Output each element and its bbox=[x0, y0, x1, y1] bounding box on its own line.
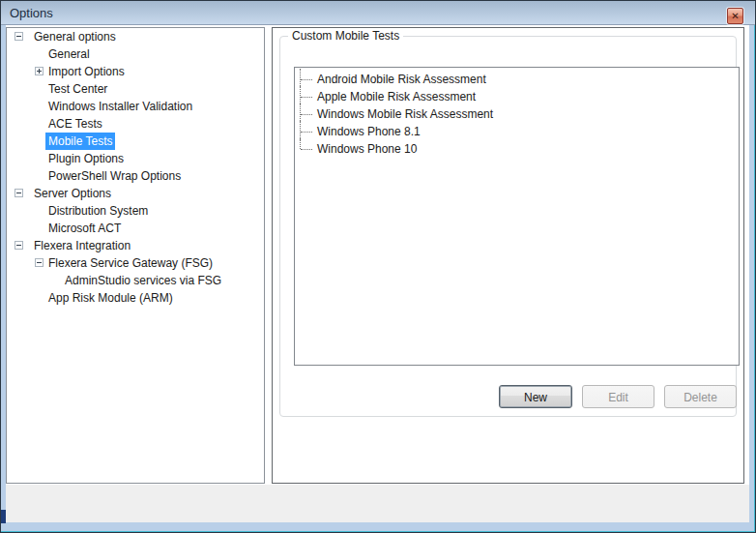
list-item-label: Windows Phone 10 bbox=[315, 142, 417, 156]
list-item[interactable]: Apple Mobile Risk Assessment bbox=[295, 88, 739, 105]
tree-item-windows-installer-validation[interactable]: Windows Installer Validation bbox=[7, 98, 264, 115]
delete-button[interactable]: Delete bbox=[664, 385, 737, 408]
list-item[interactable]: Windows Mobile Risk Assessment bbox=[295, 105, 739, 123]
tree-item-ace-tests[interactable]: ACE Tests bbox=[7, 115, 264, 133]
tree-item-label: Test Center bbox=[48, 80, 107, 98]
tree-item-label: General bbox=[48, 45, 90, 63]
title-bar[interactable]: Options ✕ bbox=[1, 1, 755, 25]
mobile-tests-panel: Custom Mobile Tests Android Mobile Risk … bbox=[272, 27, 744, 484]
edit-button[interactable]: Edit bbox=[582, 385, 654, 408]
tree-item-label: Flexera Integration bbox=[34, 237, 131, 254]
tree-item-label: Import Options bbox=[48, 63, 125, 80]
tree-item-adminstudio-services-via-fsg[interactable]: AdminStudio services via FSG bbox=[7, 272, 264, 289]
tree-item-plugin-options[interactable]: Plugin Options bbox=[7, 150, 264, 167]
tree-item-label: PowerShell Wrap Options bbox=[48, 167, 181, 185]
custom-tests-list[interactable]: Android Mobile Risk AssessmentApple Mobi… bbox=[294, 67, 740, 366]
window-title: Options bbox=[10, 1, 53, 25]
tree-item-import-options[interactable]: Import Options bbox=[7, 63, 264, 80]
tree-item-server-options[interactable]: Server Options bbox=[7, 185, 264, 202]
tree-item-label: Plugin Options bbox=[48, 150, 124, 167]
new-button[interactable]: New bbox=[499, 385, 572, 408]
tree-connector-icon bbox=[300, 105, 315, 123]
collapse-minus-icon[interactable] bbox=[15, 241, 23, 250]
dialog-client-area: General optionsGeneralImport OptionsTest… bbox=[6, 25, 749, 522]
custom-mobile-tests-groupbox: Custom Mobile Tests Android Mobile Risk … bbox=[279, 36, 737, 417]
tree-item-distribution-system[interactable]: Distribution System bbox=[7, 202, 264, 220]
tree-item-mobile-tests[interactable]: Mobile Tests bbox=[7, 133, 264, 150]
expand-plus-icon[interactable] bbox=[35, 67, 44, 75]
tree-item-label: Flexera Service Gateway (FSG) bbox=[48, 254, 213, 272]
collapse-minus-icon[interactable] bbox=[15, 32, 23, 41]
list-item-label: Windows Phone 8.1 bbox=[315, 125, 421, 138]
tree-item-flexera-integration[interactable]: Flexera Integration bbox=[7, 237, 264, 254]
tree-item-test-center[interactable]: Test Center bbox=[7, 80, 264, 98]
tree-connector-icon bbox=[300, 140, 315, 158]
tree-item-powershell-wrap-options[interactable]: PowerShell Wrap Options bbox=[7, 167, 264, 185]
list-item[interactable]: Windows Phone 8.1 bbox=[295, 123, 739, 140]
tree-item-label: Windows Installer Validation bbox=[48, 98, 192, 115]
groupbox-title: Custom Mobile Tests bbox=[288, 29, 403, 43]
tree-item-label: AdminStudio services via FSG bbox=[65, 272, 221, 289]
tree-item-label: Microsoft ACT bbox=[48, 220, 121, 237]
options-tree[interactable]: General optionsGeneralImport OptionsTest… bbox=[6, 27, 265, 484]
list-item[interactable]: Android Mobile Risk Assessment bbox=[295, 71, 739, 88]
tree-item-label: General options bbox=[34, 28, 116, 45]
tree-connector-icon bbox=[300, 88, 315, 105]
collapse-minus-icon[interactable] bbox=[15, 189, 23, 197]
tree-item-label: Mobile Tests bbox=[45, 133, 115, 150]
tree-item-app-risk-module-arm-[interactable]: App Risk Module (ARM) bbox=[7, 289, 264, 307]
tree-item-label: App Risk Module (ARM) bbox=[48, 289, 173, 307]
tree-item-label: ACE Tests bbox=[48, 115, 102, 133]
tree-item-label: Distribution System bbox=[48, 202, 148, 220]
dialog-footer: OK Cancel Help bbox=[6, 485, 749, 522]
tree-item-general[interactable]: General bbox=[7, 45, 264, 63]
tree-connector-icon bbox=[300, 123, 315, 140]
tree-item-flexera-service-gateway-fsg-[interactable]: Flexera Service Gateway (FSG) bbox=[7, 254, 264, 272]
options-dialog: Options ✕ General optionsGeneralImport O… bbox=[0, 0, 756, 533]
tree-item-label: Server Options bbox=[34, 185, 111, 202]
list-item-label: Apple Mobile Risk Assessment bbox=[315, 90, 476, 104]
close-icon[interactable]: ✕ bbox=[727, 8, 743, 24]
list-item[interactable]: Windows Phone 10 bbox=[295, 140, 739, 158]
tree-item-general-options[interactable]: General options bbox=[7, 28, 264, 45]
collapse-minus-icon[interactable] bbox=[35, 258, 44, 267]
list-item-label: Windows Mobile Risk Assessment bbox=[315, 107, 493, 121]
list-item-label: Android Mobile Risk Assessment bbox=[315, 73, 486, 86]
window-frame: General optionsGeneralImport OptionsTest… bbox=[1, 25, 755, 532]
tree-connector-icon bbox=[300, 71, 315, 88]
tree-item-microsoft-act[interactable]: Microsoft ACT bbox=[7, 220, 264, 237]
